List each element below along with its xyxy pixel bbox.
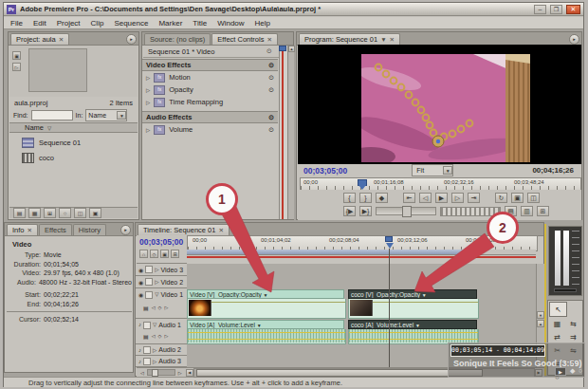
timeline-playhead-icon[interactable] [385,236,393,242]
toggle-track-audio-icon[interactable]: ♪ [138,322,141,327]
tab-effects[interactable]: Effects [39,224,72,235]
set-display-style-icon[interactable]: ▤ [143,305,149,311]
meter-gain-slider[interactable] [554,288,577,292]
toggle-track-audio-icon[interactable]: ♪ [138,359,141,364]
rate-stretch-tool[interactable]: ⇉ [565,330,581,343]
find-icon[interactable]: ○ [59,208,71,218]
track-lock-toggle[interactable] [143,346,151,354]
eye-icon[interactable]: ⊙ [268,114,274,121]
volume-rubber-band[interactable] [188,339,345,340]
program-ruler[interactable]: 00;00 00;01;16;08 00;02;32;16 00;03;48;2… [300,177,581,191]
scroll-left-icon[interactable]: ◀ [186,369,193,377]
program-panel-menu-button[interactable]: ▸ [569,34,579,45]
project-column-header[interactable]: Name ▽ [9,122,138,133]
menu-sequence[interactable]: Sequence [114,19,148,28]
track-lock-toggle[interactable] [143,358,151,365]
project-item-clip[interactable]: coco [9,151,138,165]
track-lock-toggle[interactable] [145,291,153,299]
effect-row-motion[interactable]: ▷ fx Motion ⊙ [142,71,278,83]
chevron-down-icon[interactable]: ▼ [415,323,420,328]
clip-effect-display[interactable]: Opacity:Opacity [377,291,420,298]
clip-effect-display[interactable]: Volume:Level [377,322,413,328]
close-tab-icon[interactable]: ✕ [218,225,223,235]
zoom-level-select[interactable]: Fit ▼ [412,164,453,176]
close-tab-icon[interactable]: ✕ [390,34,395,45]
clip-coco-a-header[interactable]: coco [A] Volume:Level ▼ [348,320,477,329]
track-content-video2[interactable] [187,276,536,289]
set-encore-marker-icon[interactable]: ◇ [150,250,158,258]
add-marker-button[interactable]: ◆ [376,193,388,203]
scroll-down-icon[interactable]: ▼ [537,311,544,319]
menu-window[interactable]: Window [217,19,244,28]
find-input[interactable] [31,110,73,120]
icon-view-icon[interactable]: ▦ [28,208,41,218]
scroll-up-icon[interactable]: ▲ [288,46,295,52]
program-current-time[interactable]: 00;03;05;00 [303,166,347,176]
tab-project[interactable]: Project: aula ✕ [10,33,69,45]
play-button[interactable]: ▶ [435,193,448,203]
tab-effect-controls[interactable]: Effect Controls ✕ [211,33,278,45]
expander-icon[interactable]: ▷ [146,127,150,133]
close-button[interactable]: ✕ [566,5,580,14]
volume-rubber-band[interactable] [188,332,345,333]
previous-keyframe-icon[interactable]: ◁ [152,333,156,340]
shuttle-slider[interactable] [376,207,436,215]
clip-coco-v-body[interactable] [348,299,479,319]
track-lock-toggle[interactable] [145,278,153,286]
chevron-down-icon[interactable]: ▼ [380,34,386,45]
track-content-video3[interactable] [187,264,536,277]
clip-video-a-body[interactable] [187,329,346,344]
clip-video-v-header[interactable]: Video [V] Opacity:Opacity ▼ [187,289,344,299]
zoom-slider[interactable] [147,369,175,376]
toggle-track-output-icon[interactable]: ◉ [138,291,143,298]
track-header-audio1[interactable]: ♪ ▽ Audio 1 ▤ ◁ ◇ ▷ [136,319,187,344]
find-in-select[interactable]: Name ▼ [85,109,127,121]
toggle-animation-icon[interactable]: ⊙ [268,74,274,82]
edit-workspace-icon[interactable]: ⊞ [171,250,179,258]
add-keyframe-icon[interactable]: ◇ [158,305,162,311]
play-preview-button[interactable]: ▷ [12,63,21,71]
go-to-in-button[interactable]: ⇤ [403,193,415,203]
zoom-in-icon[interactable]: ▷ [178,370,182,376]
clip-video-v-body[interactable] [187,299,346,319]
player-marker-icon[interactable]: ◆ [570,367,575,375]
chevron-down-icon[interactable]: ▼ [264,292,268,298]
expander-icon[interactable]: ▽ [153,322,156,327]
scrollbar-thumb[interactable] [196,369,483,377]
play-in-to-out-button[interactable]: {▶ [343,206,356,216]
effect-controls-cti-line[interactable] [282,51,284,219]
selection-tool[interactable]: ↖ [549,302,567,317]
toggle-animation-icon[interactable]: ⊙ [268,126,274,134]
shuttle-handle[interactable] [402,206,412,217]
eye-icon[interactable]: ⊙ [268,62,274,69]
timeline-current-time[interactable]: 00;03;05;00 [139,237,183,247]
chevron-down-icon[interactable]: ▼ [117,111,126,120]
restore-button[interactable]: ❐ [550,5,562,14]
rolling-edit-tool[interactable]: ⇄ [549,330,565,343]
previous-keyframe-icon[interactable]: ◁ [152,305,156,311]
step-back-button[interactable]: ◁ [419,193,432,203]
expander-icon[interactable]: ▷ [155,267,158,272]
player-play-button[interactable]: ▶ [555,367,566,376]
menu-marker[interactable]: Marker [158,19,182,28]
toggle-track-audio-icon[interactable]: ♪ [138,347,141,353]
clip-effect-display[interactable]: Volume:Level [218,322,255,328]
output-button[interactable]: ◫ [527,193,540,203]
expander-icon[interactable]: ▷ [153,359,156,364]
zoom-out-icon[interactable]: ◁ [140,370,144,376]
close-tab-icon[interactable]: ✕ [28,225,32,235]
effect-row-time-remapping[interactable]: ▷ fx Time Remapping [142,96,278,108]
title-bar[interactable]: Pr Adobe Premiere Pro - C:\Documents and… [4,3,583,16]
new-item-icon[interactable]: ▣ [89,208,101,218]
menu-project[interactable]: Project [57,19,81,28]
loop-play-button[interactable]: ▶} [359,206,372,216]
expander-icon[interactable]: ▽ [155,291,158,297]
clip-video-a-header[interactable]: Video [A] Volume:Level ▼ [187,320,344,329]
toggle-track-output-icon[interactable]: ◉ [138,267,143,273]
show-timeline-view-icon[interactable]: ⊙ [266,47,272,55]
volume-rubber-band[interactable] [349,339,478,340]
zoom-slider-handle[interactable] [152,369,158,377]
volume-rubber-band[interactable] [349,332,478,333]
effect-row-volume[interactable]: ▷ fx Volume ⊙ [142,123,278,136]
opacity-rubber-band[interactable] [211,302,345,303]
